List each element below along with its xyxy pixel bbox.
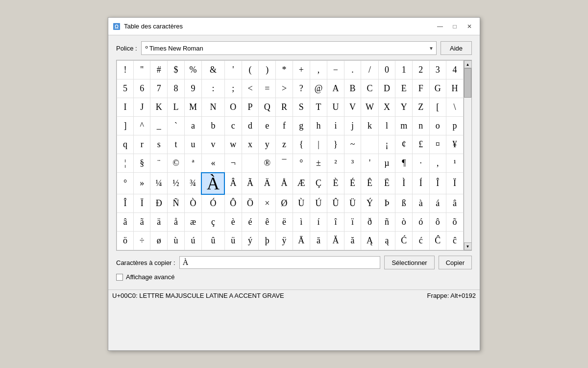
char-cell[interactable]: u: [184, 135, 201, 154]
char-cell[interactable]: 8: [168, 79, 185, 98]
char-cell[interactable]: ²: [327, 154, 344, 173]
char-cell[interactable]: m: [395, 117, 413, 135]
char-cell[interactable]: è: [224, 213, 242, 232]
char-cell[interactable]: P: [242, 98, 259, 117]
close-button[interactable]: ✕: [463, 22, 476, 31]
advanced-checkbox[interactable]: [116, 274, 123, 281]
char-cell[interactable]: û: [201, 232, 224, 250]
char-cell[interactable]: Ï: [446, 173, 464, 194]
char-cell[interactable]: Ĉ: [429, 232, 446, 250]
char-cell[interactable]: ©: [168, 154, 185, 173]
char-cell[interactable]: /: [361, 61, 378, 79]
char-cell[interactable]: Û: [327, 194, 344, 213]
char-cell[interactable]: X: [378, 98, 395, 117]
char-cell[interactable]: Ô: [224, 194, 242, 213]
font-select[interactable]: º Times New Roman Arial Courier New: [141, 41, 437, 55]
char-cell[interactable]: ä: [150, 213, 168, 232]
char-cell[interactable]: l: [378, 117, 395, 135]
char-cell[interactable]: k: [361, 117, 378, 135]
char-cell[interactable]: G: [429, 79, 446, 98]
char-cell[interactable]: ×: [259, 194, 276, 213]
char-cell[interactable]: Ç: [310, 173, 327, 194]
char-cell[interactable]: ą: [378, 232, 395, 250]
char-cell[interactable]: ß: [395, 194, 413, 213]
char-cell[interactable]: ]: [117, 117, 134, 135]
char-cell[interactable]: ć: [413, 232, 429, 250]
char-cell[interactable]: +: [293, 61, 310, 79]
char-cell[interactable]: ½: [168, 173, 185, 194]
char-cell[interactable]: .: [344, 61, 361, 79]
char-cell[interactable]: ë: [276, 213, 293, 232]
char-cell[interactable]: C: [361, 79, 378, 98]
minimize-button[interactable]: —: [434, 22, 446, 31]
char-cell[interactable]: \: [446, 98, 464, 117]
char-cell[interactable]: _: [150, 117, 168, 135]
char-cell[interactable]: !: [117, 61, 134, 79]
char-cell[interactable]: Î: [429, 173, 446, 194]
char-cell[interactable]: Ì: [395, 173, 413, 194]
char-cell[interactable]: ¼: [150, 173, 168, 194]
char-cell[interactable]: â: [446, 194, 464, 213]
char-cell[interactable]: ø: [150, 232, 168, 250]
char-cell[interactable]: »: [134, 173, 150, 194]
char-cell[interactable]: O: [224, 98, 242, 117]
char-cell[interactable]: Ê: [361, 173, 378, 194]
char-cell[interactable]: `: [168, 117, 185, 135]
char-cell[interactable]: ": [134, 61, 150, 79]
char-cell[interactable]: ā: [310, 232, 327, 250]
char-cell[interactable]: ÿ: [276, 232, 293, 250]
char-cell[interactable]: ô: [429, 213, 446, 232]
char-cell[interactable]: Ý: [361, 194, 378, 213]
char-cell[interactable]: g: [293, 117, 310, 135]
char-cell[interactable]: {: [293, 135, 310, 154]
char-cell[interactable]: ?: [293, 79, 310, 98]
char-cell[interactable]: á: [429, 194, 446, 213]
char-cell[interactable]: ò: [395, 213, 413, 232]
char-cell[interactable]: ª: [184, 154, 201, 173]
char-cell[interactable]: î: [327, 213, 344, 232]
char-cell[interactable]: ¹: [446, 154, 464, 173]
char-cell[interactable]: T: [310, 98, 327, 117]
char-cell[interactable]: n: [413, 117, 429, 135]
char-cell[interactable]: ±: [310, 154, 327, 173]
char-cell[interactable]: *: [276, 61, 293, 79]
char-cell[interactable]: ã: [134, 213, 150, 232]
char-cell[interactable]: §: [134, 154, 150, 173]
select-button[interactable]: Sélectionner: [384, 256, 434, 269]
char-cell[interactable]: 7: [150, 79, 168, 98]
scroll-thumb[interactable]: [464, 68, 471, 98]
char-cell[interactable]: f: [276, 117, 293, 135]
char-cell[interactable]: Ù: [293, 194, 310, 213]
char-cell[interactable]: 3: [429, 61, 446, 79]
char-cell[interactable]: Í: [413, 173, 429, 194]
char-cell[interactable]: À: [201, 173, 224, 194]
char-cell[interactable]: Ą: [361, 232, 378, 250]
char-cell[interactable]: Ó: [201, 194, 224, 213]
char-cell[interactable]: Â: [224, 173, 242, 194]
char-cell[interactable]: æ: [184, 213, 201, 232]
maximize-button[interactable]: □: [448, 22, 461, 31]
char-cell[interactable]: <: [242, 79, 259, 98]
char-cell[interactable]: s: [150, 135, 168, 154]
char-cell[interactable]: a: [184, 117, 201, 135]
char-cell[interactable]: Å: [276, 173, 293, 194]
char-cell[interactable]: b: [201, 117, 224, 135]
char-cell[interactable]: ç: [201, 213, 224, 232]
char-cell[interactable]: Ï: [134, 194, 150, 213]
char-cell[interactable]: |: [310, 135, 327, 154]
char-cell[interactable]: ĉ: [446, 232, 464, 250]
char-cell[interactable]: N: [201, 98, 224, 117]
char-cell[interactable]: o: [429, 117, 446, 135]
char-cell[interactable]: Ã: [242, 173, 259, 194]
copy-button[interactable]: Copier: [439, 256, 472, 269]
char-cell[interactable]: 4: [446, 61, 464, 79]
char-cell[interactable]: ,: [310, 61, 327, 79]
char-cell[interactable]: ^: [134, 117, 150, 135]
char-cell[interactable]: ,: [429, 154, 446, 173]
aide-button[interactable]: Aide: [441, 41, 472, 55]
char-cell[interactable]: Ā: [293, 232, 310, 250]
char-cell[interactable]: É: [344, 173, 361, 194]
char-cell[interactable]: $: [168, 61, 185, 79]
char-cell[interactable]: Ø: [276, 194, 293, 213]
char-cell[interactable]: =: [259, 79, 276, 98]
